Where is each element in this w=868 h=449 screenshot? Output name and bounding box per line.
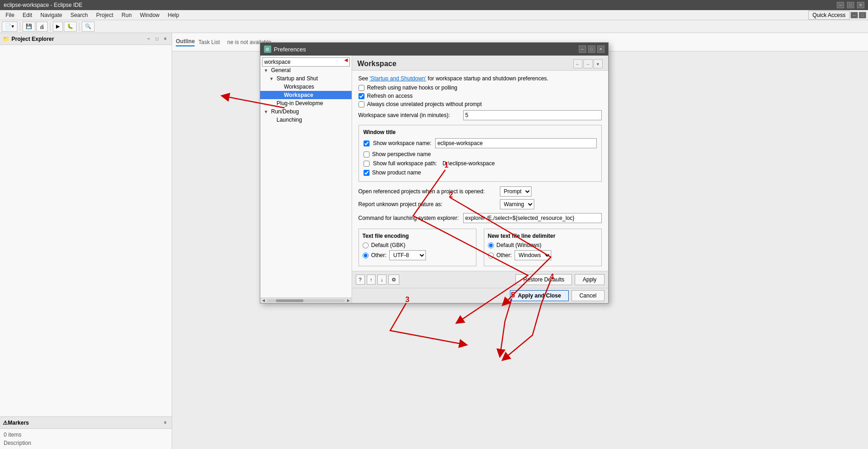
menu-navigate[interactable]: Navigate — [37, 11, 66, 19]
tree-item-rundebug[interactable]: ▼ Run/Debug — [260, 107, 352, 116]
scroll-left-button[interactable]: ◀ — [262, 298, 265, 303]
show-workspace-name-label: Show workspace name: — [373, 140, 431, 146]
toolbar-new-button[interactable]: 📄▾ — [2, 22, 17, 32]
checkbox-refresh-access: Refresh on access — [358, 93, 602, 99]
menu-window[interactable]: Window — [136, 11, 163, 19]
save-interval-row: Workspace save interval (in minutes): — [358, 110, 602, 120]
window-controls: ─ □ ✕ — [837, 2, 864, 8]
show-full-path-label: Show full workspace path: — [373, 160, 437, 167]
other-line-row: Other: Windows — [488, 250, 598, 260]
quick-access-button[interactable]: Quick Access — [808, 11, 850, 20]
minimize-ide-button[interactable]: ─ — [851, 12, 858, 18]
tree-item-workspaces[interactable]: Workspaces — [260, 83, 352, 91]
close-unrelated-checkbox[interactable] — [358, 101, 364, 107]
dialog-maximize-button[interactable]: □ — [588, 45, 595, 53]
tree-panel: ◀ ▼ General ▼ Startup and Shut Workspace… — [260, 56, 352, 303]
show-perspective-label: Show perspective name — [372, 151, 431, 157]
dialog-overlay: ⚙ Preferences ─ □ ✕ ◀ ▼ General — [0, 33, 868, 449]
cancel-button[interactable]: Cancel — [571, 290, 604, 301]
content-header: Workspace ← → ▾ — [352, 56, 608, 71]
show-full-path-checkbox[interactable] — [364, 161, 370, 167]
settings-button[interactable]: ⚙ — [388, 275, 399, 285]
tree-item-launching[interactable]: Launching — [260, 116, 352, 124]
preferences-dialog: ⚙ Preferences ─ □ ✕ ◀ ▼ General — [260, 42, 609, 303]
show-product-name-row: Show product name — [364, 169, 597, 176]
workspace-name-input[interactable] — [435, 138, 597, 148]
minimize-button[interactable]: ─ — [837, 2, 844, 8]
footer-left: ? ↑ ↓ ⚙ — [356, 275, 399, 285]
menu-search[interactable]: Search — [67, 11, 91, 19]
maximize-ide-button[interactable]: □ — [859, 12, 866, 18]
default-windows-row: Default (Windows) — [488, 242, 598, 248]
dialog-minimize-button[interactable]: ─ — [579, 45, 586, 53]
tree-item-plugin-dev[interactable]: Plug-in Developme — [260, 99, 352, 107]
refresh-access-label: Refresh on access — [367, 93, 413, 99]
default-windows-radio[interactable] — [488, 242, 494, 248]
help-button[interactable]: ? — [356, 275, 365, 285]
dialog-footer: ? ↑ ↓ ⚙ Restore Defaults Apply — [352, 271, 608, 288]
show-product-name-label: Show product name — [372, 169, 421, 176]
menu-run[interactable]: Run — [118, 11, 135, 19]
default-gbk-label: Default (GBK) — [371, 242, 406, 248]
default-windows-label: Default (Windows) — [497, 242, 542, 248]
expand-icon: ▼ — [264, 68, 269, 73]
app-title: eclipse-workspace - Eclipse IDE — [4, 2, 82, 8]
dialog-title: Preferences — [274, 46, 576, 53]
apply-and-close-button[interactable]: Apply and Close — [510, 290, 569, 301]
close-button[interactable]: ✕ — [857, 2, 864, 8]
other-line-radio[interactable] — [488, 253, 494, 258]
startup-shutdown-link[interactable]: 'Startup and Shutdown' — [370, 75, 426, 82]
scrollbar-track — [267, 299, 345, 302]
nav-back-button[interactable]: ← — [573, 59, 582, 68]
save-interval-input[interactable] — [463, 110, 602, 120]
tree-item-workspace[interactable]: Workspace — [260, 91, 352, 99]
scroll-right-button[interactable]: ▶ — [347, 298, 350, 303]
show-workspace-name-checkbox[interactable] — [364, 140, 370, 146]
open-referenced-select[interactable]: Prompt Always Never — [500, 186, 532, 196]
nav-dropdown-button[interactable]: ▾ — [594, 59, 603, 68]
show-workspace-name-row: Show workspace name: — [364, 138, 597, 148]
tree-items: ▼ General ▼ Startup and Shut Workspaces … — [260, 64, 352, 297]
toolbar-search-input[interactable]: 🔍 — [82, 22, 95, 32]
dialog-close-button[interactable]: ✕ — [597, 45, 605, 53]
show-product-name-checkbox[interactable] — [364, 170, 370, 176]
export-button[interactable]: ↑ — [367, 275, 376, 285]
default-gbk-radio[interactable] — [363, 242, 369, 248]
tree-scrollbar[interactable]: ◀ ▶ — [260, 297, 352, 303]
other-encoding-radio[interactable] — [363, 253, 369, 258]
report-unknown-select[interactable]: Warning Error Ignore — [500, 199, 534, 209]
refresh-native-label: Refresh using native hooks or polling — [367, 84, 458, 91]
content-body: See 'Startup and Shutdown' for workspace… — [352, 71, 608, 271]
text-encoding-group: Text file encoding Default (GBK) Other: … — [358, 229, 476, 266]
toolbar-run-button[interactable]: ▶ — [53, 22, 63, 32]
menu-file[interactable]: File — [2, 11, 18, 19]
encoding-select[interactable]: UTF-8 — [389, 250, 426, 260]
nav-forward-button[interactable]: → — [583, 59, 593, 68]
menu-edit[interactable]: Edit — [19, 11, 36, 19]
menu-help[interactable]: Help — [164, 11, 183, 19]
apply-button[interactable]: Apply — [575, 274, 604, 285]
line-select[interactable]: Windows — [515, 250, 551, 260]
dialog-controls: ─ □ ✕ — [579, 45, 605, 53]
toolbar-print-button[interactable]: 🖨 — [36, 22, 48, 32]
toolbar-debug-button[interactable]: 🐛 — [64, 22, 77, 32]
tree-search: ◀ — [262, 57, 350, 62]
restore-defaults-button[interactable]: Restore Defaults — [515, 274, 572, 285]
window-title-group: Window title Show workspace name: Show p… — [358, 125, 602, 182]
text-encoding-title: Text file encoding — [363, 233, 472, 239]
toolbar-save-button[interactable]: 💾 — [22, 22, 35, 32]
refresh-access-checkbox[interactable] — [358, 93, 364, 99]
maximize-button[interactable]: □ — [847, 2, 854, 8]
menu-project[interactable]: Project — [92, 11, 117, 19]
tree-item-general[interactable]: ▼ General — [260, 66, 352, 74]
other-encoding-row: Other: UTF-8 — [363, 250, 472, 260]
default-gbk-row: Default (GBK) — [363, 242, 472, 248]
menu-bar: File Edit Navigate Search Project Run Wi… — [0, 10, 868, 20]
command-input[interactable] — [463, 213, 602, 223]
show-perspective-checkbox[interactable] — [364, 152, 370, 157]
scrollbar-thumb — [276, 299, 303, 302]
tree-item-startup[interactable]: ▼ Startup and Shut — [260, 74, 352, 83]
import-button[interactable]: ↓ — [377, 275, 386, 285]
report-unknown-row: Report unknown project nature as: Warnin… — [358, 199, 602, 209]
refresh-native-checkbox[interactable] — [358, 85, 364, 91]
